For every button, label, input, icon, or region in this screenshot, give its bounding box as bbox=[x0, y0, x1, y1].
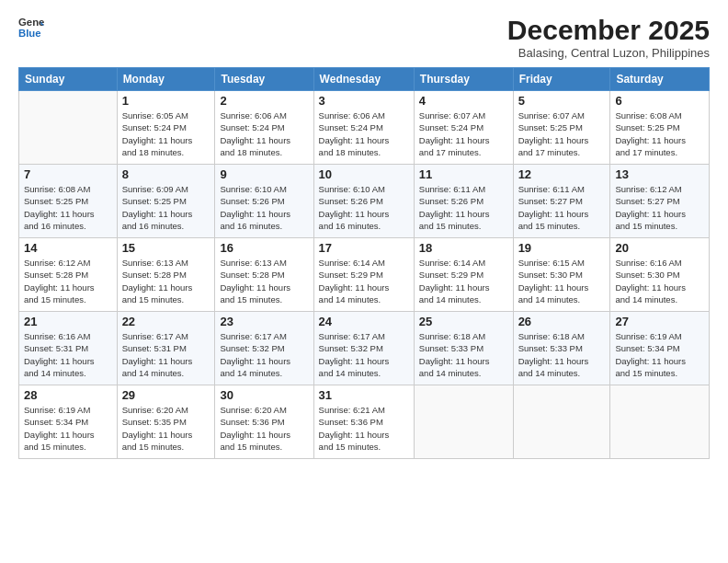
day-info: Sunrise: 6:05 AM Sunset: 5:24 PM Dayligh… bbox=[122, 109, 210, 158]
calendar-week-row: 1Sunrise: 6:05 AM Sunset: 5:24 PM Daylig… bbox=[19, 91, 710, 165]
day-info: Sunrise: 6:09 AM Sunset: 5:25 PM Dayligh… bbox=[122, 183, 210, 232]
calendar-week-row: 28Sunrise: 6:19 AM Sunset: 5:34 PM Dayli… bbox=[19, 385, 710, 459]
header: General Blue December 2025 Balasing, Cen… bbox=[18, 15, 710, 60]
day-info: Sunrise: 6:18 AM Sunset: 5:33 PM Dayligh… bbox=[419, 330, 508, 379]
day-info: Sunrise: 6:11 AM Sunset: 5:26 PM Dayligh… bbox=[419, 183, 508, 232]
day-info: Sunrise: 6:19 AM Sunset: 5:34 PM Dayligh… bbox=[615, 330, 704, 379]
day-info: Sunrise: 6:19 AM Sunset: 5:34 PM Dayligh… bbox=[24, 404, 112, 453]
day-number: 14 bbox=[24, 241, 112, 255]
table-row: 21Sunrise: 6:16 AM Sunset: 5:31 PM Dayli… bbox=[19, 312, 118, 385]
day-info: Sunrise: 6:13 AM Sunset: 5:28 PM Dayligh… bbox=[122, 257, 210, 305]
title-block: December 2025 Balasing, Central Luzon, P… bbox=[507, 15, 710, 60]
table-row: 20Sunrise: 6:16 AM Sunset: 5:30 PM Dayli… bbox=[610, 238, 710, 312]
table-row: 28Sunrise: 6:19 AM Sunset: 5:34 PM Dayli… bbox=[19, 385, 118, 459]
day-number: 25 bbox=[419, 315, 508, 328]
day-number: 24 bbox=[319, 315, 409, 328]
calendar-week-row: 7Sunrise: 6:08 AM Sunset: 5:25 PM Daylig… bbox=[19, 165, 710, 238]
day-info: Sunrise: 6:07 AM Sunset: 5:25 PM Dayligh… bbox=[518, 109, 606, 158]
table-row: 30Sunrise: 6:20 AM Sunset: 5:36 PM Dayli… bbox=[215, 385, 313, 459]
calendar-week-row: 21Sunrise: 6:16 AM Sunset: 5:31 PM Dayli… bbox=[19, 312, 710, 385]
day-number: 23 bbox=[220, 315, 308, 328]
table-row: 26Sunrise: 6:18 AM Sunset: 5:33 PM Dayli… bbox=[513, 312, 610, 385]
day-number: 27 bbox=[615, 315, 704, 328]
table-row: 10Sunrise: 6:10 AM Sunset: 5:26 PM Dayli… bbox=[313, 165, 414, 238]
day-info: Sunrise: 6:11 AM Sunset: 5:27 PM Dayligh… bbox=[518, 183, 606, 232]
day-info: Sunrise: 6:10 AM Sunset: 5:26 PM Dayligh… bbox=[319, 183, 409, 232]
col-friday: Friday bbox=[513, 68, 610, 91]
day-number: 10 bbox=[319, 167, 409, 181]
table-row bbox=[414, 385, 513, 459]
day-number: 4 bbox=[419, 94, 508, 108]
day-info: Sunrise: 6:17 AM Sunset: 5:31 PM Dayligh… bbox=[122, 330, 210, 379]
day-info: Sunrise: 6:20 AM Sunset: 5:36 PM Dayligh… bbox=[220, 404, 308, 453]
table-row: 13Sunrise: 6:12 AM Sunset: 5:27 PM Dayli… bbox=[610, 165, 710, 238]
logo-icon: General Blue bbox=[18, 15, 44, 40]
col-wednesday: Wednesday bbox=[313, 68, 414, 91]
day-info: Sunrise: 6:08 AM Sunset: 5:25 PM Dayligh… bbox=[24, 183, 112, 232]
day-number: 18 bbox=[419, 241, 508, 255]
table-row: 24Sunrise: 6:17 AM Sunset: 5:32 PM Dayli… bbox=[313, 312, 414, 385]
day-number: 9 bbox=[220, 167, 308, 181]
table-row: 4Sunrise: 6:07 AM Sunset: 5:24 PM Daylig… bbox=[414, 91, 513, 165]
day-number: 12 bbox=[518, 167, 606, 181]
day-number: 19 bbox=[518, 241, 606, 255]
day-info: Sunrise: 6:13 AM Sunset: 5:28 PM Dayligh… bbox=[220, 257, 308, 305]
table-row: 17Sunrise: 6:14 AM Sunset: 5:29 PM Dayli… bbox=[313, 238, 414, 312]
day-info: Sunrise: 6:15 AM Sunset: 5:30 PM Dayligh… bbox=[518, 257, 606, 305]
table-row bbox=[513, 385, 610, 459]
day-number: 3 bbox=[319, 94, 409, 108]
day-number: 8 bbox=[122, 167, 210, 181]
day-info: Sunrise: 6:06 AM Sunset: 5:24 PM Dayligh… bbox=[220, 109, 308, 158]
table-row: 19Sunrise: 6:15 AM Sunset: 5:30 PM Dayli… bbox=[513, 238, 610, 312]
day-info: Sunrise: 6:06 AM Sunset: 5:24 PM Dayligh… bbox=[319, 109, 409, 158]
col-saturday: Saturday bbox=[610, 68, 710, 91]
day-info: Sunrise: 6:12 AM Sunset: 5:27 PM Dayligh… bbox=[615, 183, 704, 232]
day-number: 15 bbox=[122, 241, 210, 255]
table-row bbox=[19, 91, 118, 165]
day-number: 29 bbox=[122, 388, 210, 402]
day-info: Sunrise: 6:17 AM Sunset: 5:32 PM Dayligh… bbox=[220, 330, 308, 379]
col-tuesday: Tuesday bbox=[215, 68, 313, 91]
day-info: Sunrise: 6:14 AM Sunset: 5:29 PM Dayligh… bbox=[419, 257, 508, 305]
day-number: 26 bbox=[518, 315, 606, 328]
day-number: 21 bbox=[24, 315, 112, 328]
logo: General Blue bbox=[18, 15, 44, 40]
day-number: 30 bbox=[220, 388, 308, 402]
day-info: Sunrise: 6:07 AM Sunset: 5:24 PM Dayligh… bbox=[419, 109, 508, 158]
table-row: 12Sunrise: 6:11 AM Sunset: 5:27 PM Dayli… bbox=[513, 165, 610, 238]
day-info: Sunrise: 6:18 AM Sunset: 5:33 PM Dayligh… bbox=[518, 330, 606, 379]
table-row: 9Sunrise: 6:10 AM Sunset: 5:26 PM Daylig… bbox=[215, 165, 313, 238]
table-row: 3Sunrise: 6:06 AM Sunset: 5:24 PM Daylig… bbox=[313, 91, 414, 165]
day-info: Sunrise: 6:21 AM Sunset: 5:36 PM Dayligh… bbox=[319, 404, 409, 453]
day-number: 11 bbox=[419, 167, 508, 181]
table-row: 16Sunrise: 6:13 AM Sunset: 5:28 PM Dayli… bbox=[215, 238, 313, 312]
day-number: 6 bbox=[615, 94, 704, 108]
table-row: 7Sunrise: 6:08 AM Sunset: 5:25 PM Daylig… bbox=[19, 165, 118, 238]
table-row: 15Sunrise: 6:13 AM Sunset: 5:28 PM Dayli… bbox=[117, 238, 215, 312]
month-title: December 2025 bbox=[507, 15, 710, 46]
day-number: 20 bbox=[615, 241, 704, 255]
table-row bbox=[610, 385, 710, 459]
day-number: 2 bbox=[220, 94, 308, 108]
table-row: 1Sunrise: 6:05 AM Sunset: 5:24 PM Daylig… bbox=[117, 91, 215, 165]
day-info: Sunrise: 6:12 AM Sunset: 5:28 PM Dayligh… bbox=[24, 257, 112, 305]
col-thursday: Thursday bbox=[414, 68, 513, 91]
day-number: 16 bbox=[220, 241, 308, 255]
calendar: Sunday Monday Tuesday Wednesday Thursday… bbox=[18, 67, 710, 459]
table-row: 23Sunrise: 6:17 AM Sunset: 5:32 PM Dayli… bbox=[215, 312, 313, 385]
day-number: 31 bbox=[319, 388, 409, 402]
calendar-header-row: Sunday Monday Tuesday Wednesday Thursday… bbox=[19, 68, 710, 91]
col-sunday: Sunday bbox=[19, 68, 118, 91]
day-number: 1 bbox=[122, 94, 210, 108]
table-row: 18Sunrise: 6:14 AM Sunset: 5:29 PM Dayli… bbox=[414, 238, 513, 312]
day-info: Sunrise: 6:20 AM Sunset: 5:35 PM Dayligh… bbox=[122, 404, 210, 453]
table-row: 5Sunrise: 6:07 AM Sunset: 5:25 PM Daylig… bbox=[513, 91, 610, 165]
day-number: 28 bbox=[24, 388, 112, 402]
day-info: Sunrise: 6:10 AM Sunset: 5:26 PM Dayligh… bbox=[220, 183, 308, 232]
svg-text:General: General bbox=[18, 17, 44, 28]
day-info: Sunrise: 6:16 AM Sunset: 5:30 PM Dayligh… bbox=[615, 257, 704, 305]
day-number: 17 bbox=[319, 241, 409, 255]
day-info: Sunrise: 6:08 AM Sunset: 5:25 PM Dayligh… bbox=[615, 109, 704, 158]
day-number: 5 bbox=[518, 94, 606, 108]
table-row: 11Sunrise: 6:11 AM Sunset: 5:26 PM Dayli… bbox=[414, 165, 513, 238]
